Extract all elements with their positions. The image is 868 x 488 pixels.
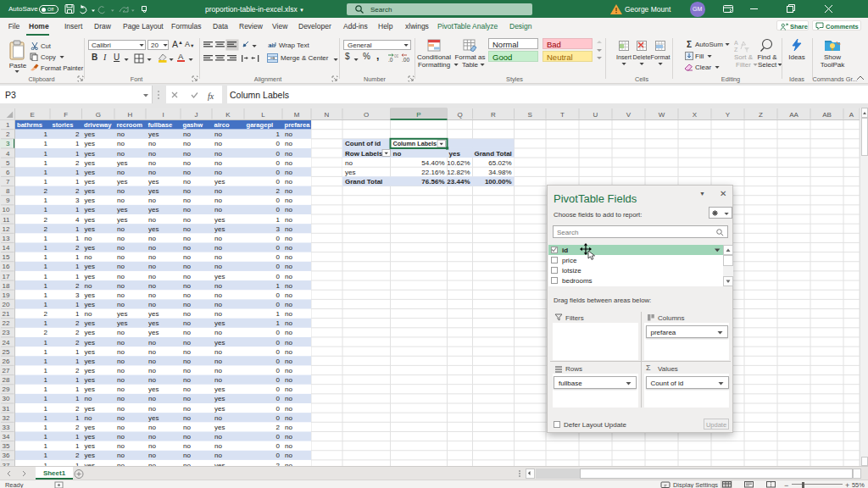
svg-text:no: no (214, 235, 222, 242)
svg-text:L: L (261, 111, 265, 119)
svg-text:3: 3 (75, 197, 80, 204)
svg-text:yes: yes (214, 405, 225, 413)
svg-text:no: no (117, 235, 125, 242)
svg-text:no: no (214, 197, 222, 204)
svg-text:1: 1 (44, 150, 48, 158)
svg-text:0: 0 (276, 159, 281, 167)
svg-text:24: 24 (3, 339, 10, 347)
svg-text:1: 1 (44, 263, 48, 270)
svg-text:P: P (416, 111, 420, 119)
svg-text:1: 1 (44, 235, 48, 242)
svg-text:yes: yes (117, 178, 127, 186)
svg-text:no: no (214, 140, 222, 147)
svg-text:no: no (117, 291, 125, 299)
svg-text:no: no (285, 216, 292, 224)
svg-text:2: 2 (75, 329, 80, 336)
svg-text:no: no (214, 206, 222, 214)
svg-text:no: no (117, 414, 125, 422)
svg-text:yes: yes (214, 319, 225, 327)
svg-text:no: no (214, 442, 222, 450)
svg-text:19: 19 (3, 291, 10, 299)
svg-text:2: 2 (75, 424, 80, 431)
svg-text:M: M (294, 111, 300, 119)
svg-text:1: 1 (276, 130, 281, 138)
svg-text:yes: yes (85, 442, 95, 450)
svg-text:no: no (148, 367, 156, 374)
svg-text:no: no (148, 301, 156, 308)
svg-text:1: 1 (75, 310, 80, 318)
svg-text:no: no (183, 282, 191, 290)
svg-text:0: 0 (276, 206, 281, 214)
svg-text:no: no (285, 433, 292, 441)
svg-text:2: 2 (75, 130, 80, 138)
svg-text:15: 15 (3, 253, 10, 261)
svg-text:2: 2 (276, 187, 281, 195)
svg-text:2: 2 (75, 405, 80, 413)
svg-text:0: 0 (276, 358, 281, 365)
svg-text:1: 1 (75, 253, 80, 261)
svg-text:no: no (148, 291, 156, 299)
svg-text:prefarea: prefarea (285, 121, 311, 129)
svg-text:no: no (148, 348, 156, 356)
svg-text:Z: Z (759, 111, 763, 119)
svg-text:32: 32 (3, 414, 10, 422)
svg-text:1: 1 (276, 310, 281, 318)
svg-text:35: 35 (3, 442, 10, 450)
svg-text:no: no (85, 310, 92, 318)
svg-text:2: 2 (75, 244, 80, 252)
svg-text:no: no (117, 150, 125, 158)
svg-text:1: 1 (44, 414, 48, 422)
svg-text:1: 1 (75, 348, 80, 356)
svg-text:1: 1 (75, 395, 80, 402)
svg-text:2: 2 (44, 329, 48, 336)
svg-text:1: 1 (44, 405, 48, 413)
svg-text:no: no (148, 169, 156, 176)
svg-text:no: no (183, 197, 191, 204)
svg-text:yes: yes (85, 452, 95, 459)
svg-text:23: 23 (3, 329, 10, 336)
svg-text:yes: yes (85, 150, 95, 158)
svg-text:14: 14 (3, 244, 10, 252)
svg-text:yes: yes (85, 367, 95, 374)
svg-text:1: 1 (44, 339, 48, 347)
svg-text:1: 1 (276, 216, 281, 224)
svg-text:no: no (285, 319, 292, 327)
svg-text:no: no (183, 206, 191, 214)
svg-text:no: no (117, 225, 125, 233)
svg-text:R: R (491, 111, 496, 119)
svg-text:0: 0 (276, 385, 281, 393)
svg-text:no: no (214, 263, 222, 270)
svg-text:no: no (285, 253, 292, 261)
svg-text:no: no (183, 178, 191, 186)
svg-text:J: J (195, 111, 198, 119)
svg-text:no: no (85, 414, 92, 422)
svg-text:1: 1 (44, 301, 48, 308)
svg-text:0: 0 (276, 329, 281, 336)
svg-text:1: 1 (44, 442, 48, 450)
svg-text:2: 2 (276, 424, 281, 431)
svg-text:yes: yes (85, 405, 95, 413)
svg-text:no: no (183, 329, 191, 336)
svg-text:no: no (285, 282, 292, 290)
svg-text:65.02%: 65.02% (488, 159, 511, 167)
svg-text:Z: Z (734, 47, 738, 53)
svg-text:no: no (148, 452, 156, 459)
svg-text:10: 10 (3, 206, 10, 214)
svg-text:2: 2 (75, 339, 80, 347)
svg-text:no: no (117, 301, 125, 308)
svg-text:no: no (183, 310, 191, 318)
svg-text:no: no (148, 216, 156, 224)
svg-text:21: 21 (3, 310, 10, 318)
svg-text:0: 0 (276, 253, 281, 261)
svg-text:1: 1 (75, 301, 80, 308)
svg-text:no: no (183, 452, 191, 459)
svg-text:no: no (183, 216, 191, 224)
svg-text:no: no (183, 348, 191, 356)
svg-text:H: H (128, 111, 133, 119)
svg-text:0: 0 (276, 263, 281, 270)
svg-text:fx: fx (208, 91, 214, 100)
svg-text:X: X (693, 111, 698, 119)
svg-text:1: 1 (75, 235, 80, 242)
svg-text:no: no (285, 159, 292, 167)
svg-text:1: 1 (44, 282, 48, 290)
